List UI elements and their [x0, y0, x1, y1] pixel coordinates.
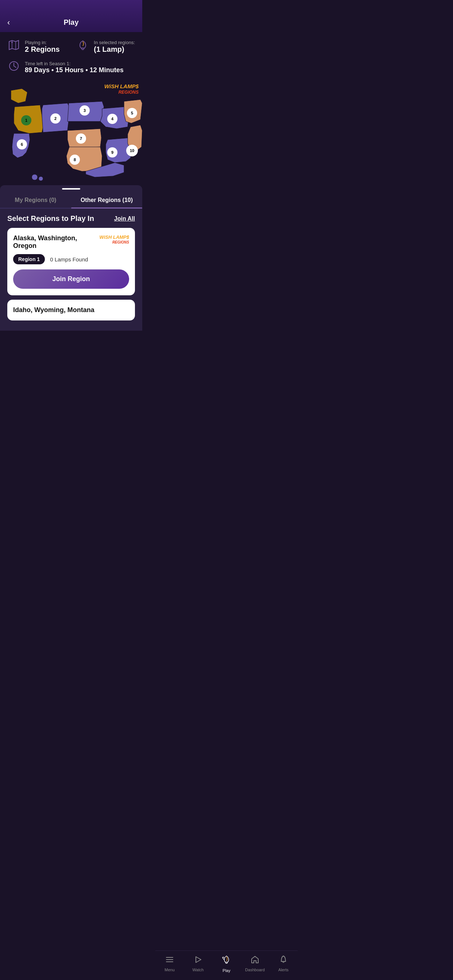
svg-text:3: 3 — [83, 108, 86, 113]
region-card-1: Alaska, Washington, Oregon WiSH LAMP$ RE… — [7, 228, 135, 295]
handle-bar — [62, 188, 80, 189]
tabs-container: My Regions (0) Other Regions (10) — [0, 185, 142, 208]
app-header: ‹ Play — [0, 0, 142, 32]
back-button[interactable]: ‹ — [7, 18, 10, 27]
region-2-states: Idaho, Wyoming, Montana — [13, 306, 129, 314]
map-icon — [7, 39, 21, 54]
region-card-1-header: Alaska, Washington, Oregon WiSH LAMP$ RE… — [13, 234, 129, 250]
selected-label: In selected regions: — [94, 40, 135, 45]
svg-line-6 — [14, 66, 16, 67]
svg-text:9: 9 — [111, 150, 113, 154]
stats-section: Playing in: 2 Regions In selected region… — [0, 32, 142, 80]
clock-icon — [7, 59, 21, 75]
drag-handle — [0, 185, 142, 192]
svg-point-21 — [39, 177, 43, 181]
time-label: Time left in Season 1: — [25, 61, 124, 66]
region-1-badge: Region 1 — [13, 254, 45, 264]
lamp-icon — [76, 39, 89, 54]
wish-lamps-logo-map: WiSH LAMP$ REGIONS — [104, 83, 139, 95]
time-value: 89 Days • 15 Hours • 12 Minutes — [25, 66, 124, 74]
map-container: 1 2 3 4 5 6 7 8 9 10 — [0, 80, 142, 185]
svg-text:7: 7 — [80, 136, 82, 141]
playing-in-stat: Playing in: 2 Regions — [7, 39, 60, 54]
region-1-lamps: 0 Lamps Found — [50, 256, 88, 262]
regions-section: Select Regions to Play In Join All Alask… — [0, 208, 142, 331]
svg-text:4: 4 — [111, 117, 114, 121]
page-title: Play — [64, 18, 78, 27]
region-1-info: Region 1 0 Lamps Found — [13, 254, 129, 264]
regions-header: Select Regions to Play In Join All — [7, 215, 135, 223]
svg-text:5: 5 — [131, 111, 133, 115]
join-region-1-button[interactable]: Join Region — [13, 269, 129, 289]
region-card-2: Idaho, Wyoming, Montana — [7, 300, 135, 320]
playing-label: Playing in: — [25, 40, 60, 45]
svg-text:8: 8 — [74, 158, 76, 162]
svg-text:10: 10 — [130, 148, 134, 153]
region-1-states: Alaska, Washington, Oregon — [13, 234, 100, 250]
svg-text:6: 6 — [21, 142, 23, 146]
lamp-stat: In selected regions: (1 Lamp) — [76, 39, 135, 54]
time-row: Time left in Season 1: 89 Days • 15 Hour… — [7, 59, 135, 75]
select-regions-title: Select Regions to Play In — [7, 215, 94, 223]
tabs-row: My Regions (0) Other Regions (10) — [0, 192, 142, 208]
region-1-logo: WiSH LAMP$ REGIONS — [100, 234, 129, 245]
selected-value: (1 Lamp) — [94, 45, 135, 54]
playing-value: 2 Regions — [25, 45, 60, 54]
svg-text:2: 2 — [54, 116, 57, 121]
svg-text:1: 1 — [25, 118, 27, 123]
tab-my-regions[interactable]: My Regions (0) — [0, 192, 71, 208]
tab-other-regions[interactable]: Other Regions (10) — [71, 192, 142, 208]
svg-point-20 — [32, 174, 38, 180]
join-all-button[interactable]: Join All — [114, 215, 135, 222]
